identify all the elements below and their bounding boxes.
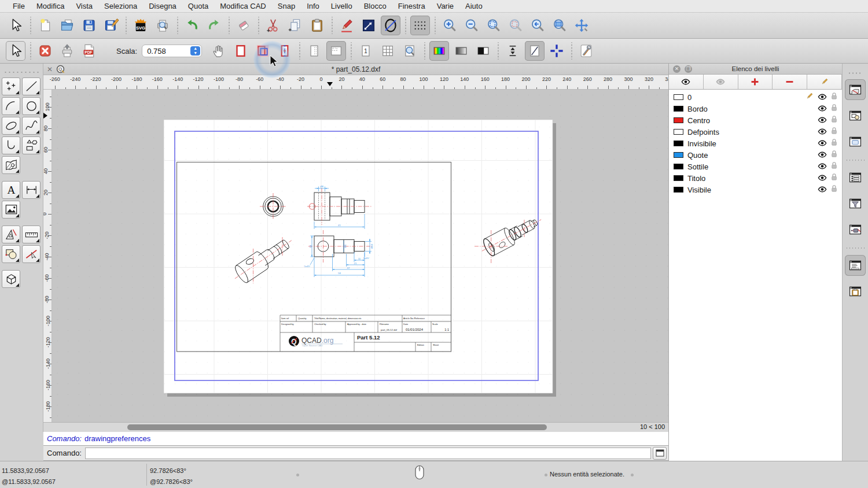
layer-row-titolo[interactable]: Titolo [669, 172, 842, 184]
menu-quota[interactable]: Quota [182, 0, 214, 13]
menu-blocco[interactable]: Blocco [358, 0, 392, 13]
open-folder-button[interactable] [57, 16, 77, 35]
strip-drag-handle[interactable] [848, 72, 863, 75]
layer-visibility-eye-icon[interactable] [818, 173, 827, 183]
points-tool-button[interactable] [2, 77, 20, 95]
close-button[interactable] [35, 41, 55, 61]
layer-visibility-eye-icon[interactable] [818, 161, 827, 172]
page-zoom-button[interactable] [400, 41, 420, 61]
layer-lock-icon[interactable] [831, 150, 837, 160]
menu-livello[interactable]: Livello [325, 0, 358, 13]
print-preview-button[interactable] [153, 16, 172, 35]
panel-layers-toggle-button[interactable] [845, 79, 866, 100]
svg-export-button[interactable]: SVG [131, 16, 150, 35]
hand-button[interactable] [209, 41, 229, 61]
layer-row-visibile[interactable]: Visibile [669, 184, 842, 195]
scrollbar-thumb[interactable] [127, 424, 547, 430]
page-portrait-button[interactable] [304, 41, 324, 61]
page-preview-button[interactable] [326, 41, 346, 61]
drawing-canvas[interactable]: Item ref Quantity Title/Name, destinatio… [52, 90, 668, 422]
crosshair-button[interactable] [547, 41, 567, 61]
arc-tool-button[interactable] [2, 97, 20, 115]
drafting-tool-button[interactable] [2, 225, 20, 243]
menu-disegna[interactable]: Disegna [143, 0, 182, 13]
panel-clipboard-toggle-button[interactable] [845, 281, 866, 302]
page-single-button[interactable]: 1 [356, 41, 376, 61]
layer-row-0[interactable]: 0 [669, 91, 842, 103]
modify-ellipse-button[interactable] [381, 16, 400, 35]
layer-row-sottile[interactable]: Sottile [669, 161, 842, 172]
grid-button[interactable] [410, 16, 430, 35]
layer-lock-icon[interactable] [831, 161, 837, 172]
layer-lock-icon[interactable] [831, 173, 837, 183]
menu-snap[interactable]: Snap [272, 0, 301, 13]
scale-select[interactable]: 0.758 ▲▼ [142, 45, 202, 57]
panel-filter-toggle-button[interactable] [845, 193, 866, 214]
color-full-button[interactable] [429, 41, 449, 61]
copy-button[interactable] [285, 16, 305, 35]
circle-tool-button[interactable] [22, 97, 41, 115]
scale-reference-button[interactable] [359, 16, 378, 35]
save-as-button[interactable] [101, 16, 121, 35]
color-gray-button[interactable] [451, 41, 471, 61]
line-tool-button[interactable] [22, 77, 41, 95]
layer-row-defpoints[interactable]: Defpoints [669, 126, 842, 138]
layer-visibility-eye-icon[interactable] [818, 103, 827, 114]
layer-visibility-eye-icon[interactable] [818, 150, 827, 160]
hide-all-layers-button[interactable] [704, 75, 738, 89]
show-all-layers-button[interactable] [669, 75, 704, 89]
menu-info[interactable]: Info [301, 0, 325, 13]
layer-row-invisibile[interactable]: Invisibile [669, 138, 842, 149]
image-tool-button[interactable] [2, 201, 20, 219]
measure-tool-button[interactable] [22, 225, 41, 243]
box3d-tool-button[interactable] [2, 270, 20, 288]
polyline-tool-button[interactable] [2, 136, 20, 154]
layer-visibility-eye-icon[interactable] [818, 138, 827, 149]
layer-lock-icon[interactable] [831, 184, 837, 195]
spacing-button[interactable] [503, 41, 523, 61]
zoom-out-button[interactable] [462, 16, 481, 35]
page-border-button[interactable] [231, 41, 251, 61]
print-button[interactable] [57, 41, 77, 61]
spline-tool-button[interactable] [22, 117, 41, 135]
layer-lock-icon[interactable] [831, 138, 837, 149]
edit-layer-button[interactable] [807, 75, 842, 89]
ellipse-tool-button[interactable] [2, 117, 20, 135]
stepper-icon[interactable]: ▲▼ [190, 46, 200, 56]
modify-tool-button[interactable] [2, 245, 20, 263]
pdf-export-button[interactable]: PDF [79, 41, 99, 61]
property-pencil-button[interactable] [337, 16, 356, 35]
color-bw-button[interactable] [473, 41, 493, 61]
command-window-toggle-button[interactable] [653, 447, 667, 460]
pan-button[interactable] [572, 16, 591, 35]
menu-finestra[interactable]: Finestra [392, 0, 431, 13]
redo-button[interactable] [204, 16, 224, 35]
shapes-tool-button[interactable] [22, 136, 41, 154]
block-overlay-button[interactable] [253, 41, 273, 61]
cut-button[interactable] [263, 16, 283, 35]
pointer-button[interactable] [6, 16, 25, 35]
zoom-in-button[interactable] [440, 16, 459, 35]
remove-layer-button[interactable] [773, 75, 807, 89]
save-button[interactable] [79, 16, 99, 35]
fit-frame-button[interactable] [275, 41, 295, 61]
pages-grid-button[interactable] [378, 41, 398, 61]
zoom-window-button[interactable] [550, 16, 569, 35]
panel-script-toggle-button[interactable] [845, 219, 866, 240]
layer-lock-icon[interactable] [831, 127, 837, 137]
dimension-tool-button[interactable] [22, 181, 41, 199]
zoom-auto-button[interactable] [484, 16, 503, 35]
eraser-button[interactable] [234, 16, 253, 35]
menu-seleziona[interactable]: Seleziona [98, 0, 143, 13]
palette-drag-handle[interactable] [3, 71, 39, 74]
snap-tool-button[interactable] [22, 245, 41, 263]
layer-row-centro[interactable]: Centro [669, 114, 842, 126]
layer-lock-icon[interactable] [831, 92, 837, 102]
paste-button[interactable] [307, 16, 327, 35]
menu-aiuto[interactable]: Aiuto [459, 0, 488, 13]
menu-vista[interactable]: Vista [70, 0, 98, 13]
pointer-button[interactable] [6, 41, 25, 61]
settings-tools-button[interactable] [576, 41, 596, 61]
draft-button[interactable] [525, 41, 545, 61]
menu-modifica[interactable]: Modifica [31, 0, 70, 13]
